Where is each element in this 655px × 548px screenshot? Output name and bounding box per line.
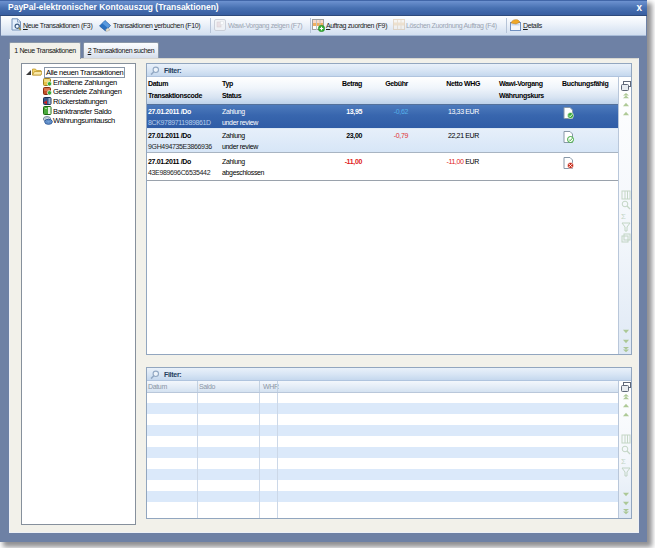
svg-text:Σ: Σ	[621, 457, 626, 466]
svg-text:Σ: Σ	[621, 212, 626, 221]
